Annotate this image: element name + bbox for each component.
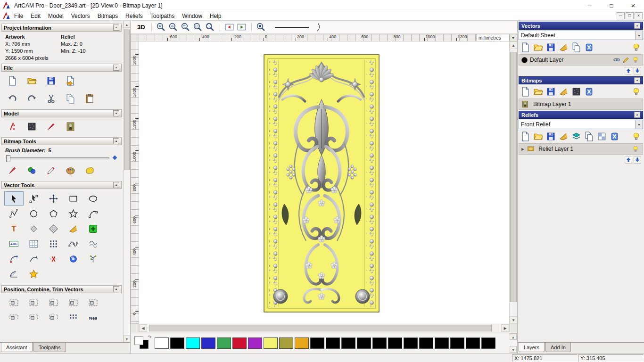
relief-layer-visibility-icon[interactable] — [631, 144, 640, 154]
tab-layers[interactable]: Layers — [519, 343, 545, 352]
join-vectors-icon[interactable] — [24, 252, 43, 266]
assistant-scroll-track[interactable] — [124, 28, 130, 335]
undo-icon[interactable] — [6, 92, 18, 105]
sculpt-model-icon[interactable] — [45, 120, 57, 132]
palette-swatch-13[interactable] — [357, 337, 371, 349]
select-vectors-icon[interactable] — [4, 191, 24, 206]
open-model-icon[interactable] — [25, 74, 38, 87]
tab-assistant[interactable]: Assistant — [1, 343, 33, 352]
primary-secondary-color-swatch[interactable]: ↷ — [133, 336, 151, 351]
palette-swatch-21[interactable] — [481, 337, 495, 349]
measure-icon[interactable] — [24, 222, 43, 236]
scroll-right-icon[interactable]: ▶ — [501, 324, 509, 332]
new-relief-layer-icon[interactable] — [520, 131, 531, 142]
collapse-file-button[interactable]: ▲ — [113, 65, 119, 71]
collapse-vector-tools-button[interactable]: ▲ — [113, 182, 119, 188]
paste-icon[interactable] — [83, 92, 96, 105]
menu-toolpaths[interactable]: Toolpaths — [147, 12, 178, 20]
cut-vectors-icon[interactable] — [44, 252, 63, 266]
paste-vectors-icon[interactable] — [83, 222, 103, 236]
fit-curves-icon[interactable] — [83, 237, 103, 251]
scroll-down-icon[interactable]: ▼ — [124, 335, 130, 342]
mdi-restore-button[interactable]: □ — [626, 12, 634, 19]
open-relief-layer-icon[interactable] — [532, 131, 544, 142]
redo-icon[interactable] — [25, 92, 38, 105]
palette-swatch-12[interactable] — [341, 337, 355, 349]
collapse-reliefs-button[interactable]: ▲ — [634, 112, 640, 118]
create-freeform-curve-icon[interactable] — [64, 237, 83, 251]
create-rectangle-icon[interactable] — [64, 191, 83, 206]
relief-layer-row[interactable]: ▶ Relief Layer 1 — [519, 143, 643, 155]
mdi-minimize-button[interactable]: ─ — [617, 12, 625, 19]
fillet-vectors-icon[interactable] — [64, 222, 83, 236]
canvas-vertical-scrollbar[interactable]: ▲ ▼ — [509, 41, 517, 324]
next-view-icon[interactable] — [236, 21, 248, 33]
palette-swatch-11[interactable] — [326, 337, 340, 349]
palette-swatch-10[interactable] — [310, 337, 324, 349]
invert-model-icon[interactable] — [25, 120, 38, 132]
bitmap-texture-icon[interactable] — [570, 86, 582, 97]
align-centre-icon[interactable] — [44, 296, 63, 310]
load-bitmap-icon[interactable] — [64, 120, 76, 132]
scroll-up-icon[interactable]: ▲ — [124, 21, 130, 28]
vector-doctor-icon[interactable] — [83, 252, 103, 266]
swap-colors-icon[interactable]: ↷ — [148, 335, 151, 339]
layer-visibility-icon[interactable] — [631, 55, 640, 65]
palette-swatch-17[interactable] — [419, 337, 433, 349]
collapse-position-button[interactable]: ▲ — [113, 286, 119, 292]
merge-relief-layers-icon[interactable] — [558, 131, 570, 142]
toggle-bitmaps-visibility-icon[interactable] — [630, 86, 642, 97]
offset-vectors-icon[interactable] — [44, 222, 63, 236]
zoom-fit-icon[interactable] — [204, 21, 216, 33]
tab-add-in[interactable]: Add In — [545, 343, 571, 352]
collapse-bitmaps-button[interactable]: ▲ — [634, 77, 640, 83]
relief-layers-stack-icon[interactable] — [570, 131, 582, 142]
snap-grid-icon[interactable] — [24, 237, 43, 251]
cut-icon[interactable] — [45, 92, 57, 105]
brush-diameter-slider[interactable] — [6, 157, 109, 159]
palette-swatch-16[interactable] — [404, 337, 418, 349]
copy-icon[interactable] — [64, 92, 76, 105]
palette-swatch-5[interactable] — [232, 337, 247, 349]
move-vector-layer-up-icon[interactable] — [625, 67, 632, 74]
zoom-object-icon[interactable] — [255, 21, 267, 33]
collapse-model-button[interactable]: ▲ — [113, 110, 119, 116]
collapse-vectors-button[interactable]: ▲ — [634, 23, 640, 29]
relief-preview-icon[interactable] — [596, 131, 608, 142]
canvas-vscroll-track[interactable] — [510, 49, 517, 316]
zoom-out-icon[interactable] — [167, 21, 180, 33]
menu-reliefs[interactable]: Reliefs — [122, 12, 147, 20]
close-button[interactable]: × — [622, 0, 644, 11]
align-top-icon[interactable] — [83, 296, 103, 310]
maximize-button[interactable]: □ — [601, 0, 622, 11]
menu-model[interactable]: Model — [44, 12, 67, 20]
toggle-vectors-visibility-icon[interactable] — [630, 41, 642, 53]
node-editing-icon[interactable] — [24, 191, 43, 206]
palette-swatch-1[interactable] — [170, 337, 184, 349]
save-model-icon[interactable] — [45, 74, 57, 87]
chevron-down-icon[interactable]: ▼ — [635, 31, 643, 40]
menu-bitmaps[interactable]: Bitmaps — [94, 12, 122, 20]
mdi-close-button[interactable]: × — [635, 12, 643, 19]
menu-window[interactable]: Window — [178, 12, 206, 20]
zoom-1to1-icon[interactable] — [192, 21, 204, 33]
assistant-scroll-thumb[interactable] — [124, 29, 130, 170]
collapse-project-info-button[interactable]: ▲ — [113, 25, 119, 31]
delete-vector-layer-icon[interactable] — [583, 41, 595, 53]
canvas-hscroll-track[interactable] — [147, 324, 501, 332]
move-vector-layer-down-icon[interactable] — [634, 67, 641, 74]
zoom-in-icon[interactable] — [155, 21, 167, 33]
palette-swatch-7[interactable] — [264, 337, 278, 349]
align-right-icon[interactable] — [24, 296, 43, 310]
colour-palette-icon[interactable] — [64, 164, 76, 176]
layer-edit-icon[interactable] — [621, 55, 631, 65]
scroll-up-icon[interactable]: ▲ — [510, 41, 517, 49]
move-relief-layer-down-icon[interactable] — [634, 156, 641, 164]
move-relief-layer-up-icon[interactable] — [625, 156, 632, 164]
slider-thumb[interactable] — [6, 155, 10, 162]
scroll-down-icon[interactable]: ▼ — [510, 316, 517, 324]
delete-relief-layer-icon[interactable] — [609, 131, 620, 142]
copy-vector-layer-icon[interactable] — [570, 41, 582, 53]
create-spin-shape-icon[interactable] — [64, 252, 83, 266]
menu-edit[interactable]: Edit — [27, 12, 44, 20]
